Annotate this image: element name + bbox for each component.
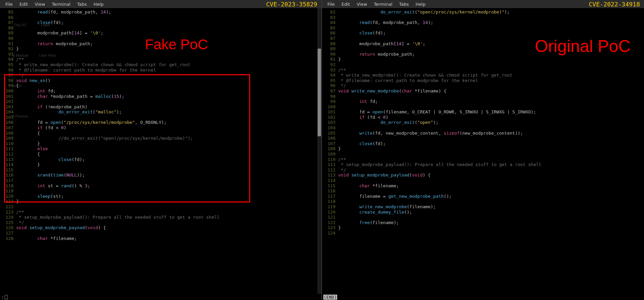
right-menu-items: File Edit View Terminal Tabs Help bbox=[324, 1, 429, 8]
left-scrollbar-thumb[interactable] bbox=[318, 49, 321, 136]
menu-terminal[interactable]: Terminal bbox=[49, 1, 74, 8]
menu-tabs[interactable]: Tabs bbox=[74, 1, 90, 8]
left-line-gutter: 8586878889909192939495969798991001011021… bbox=[0, 8, 16, 294]
menu-help-r[interactable]: Help bbox=[412, 1, 429, 8]
left-status-prefix: : bbox=[1, 295, 4, 300]
left-pane: File Edit View Terminal Tabs Help CVE-20… bbox=[0, 0, 322, 300]
right-menubar: File Edit View Terminal Tabs Help CVE-20… bbox=[322, 0, 644, 8]
left-statusbar: : bbox=[0, 294, 321, 300]
menu-help[interactable]: Help bbox=[90, 1, 107, 8]
right-statusbar: (END) bbox=[322, 294, 644, 300]
right-code-body[interactable]: do_error_exit("open(/proc/sys/kernel/mod… bbox=[338, 8, 644, 294]
left-cve-label: CVE-2023-35829 bbox=[266, 1, 319, 8]
left-menubar: File Edit View Terminal Tabs Help CVE-20… bbox=[0, 0, 321, 8]
menu-file[interactable]: File bbox=[2, 1, 16, 8]
left-scrollbar[interactable] bbox=[317, 8, 321, 294]
menu-file-r[interactable]: File bbox=[324, 1, 338, 8]
left-code-body[interactable]: read(fd, modprobe_path, 14); close(fd); … bbox=[16, 8, 321, 294]
right-editor[interactable]: 8283848586878889909192939495969798991001… bbox=[322, 8, 644, 294]
right-line-gutter: 8283848586878889909192939495969798991001… bbox=[322, 8, 338, 294]
left-menu-items: File Edit View Terminal Tabs Help bbox=[2, 1, 107, 8]
menu-edit-r[interactable]: Edit bbox=[338, 1, 353, 8]
left-editor[interactable]: 8586878889909192939495969798991001011021… bbox=[0, 8, 321, 294]
menu-terminal-r[interactable]: Terminal bbox=[371, 1, 396, 8]
menu-edit[interactable]: Edit bbox=[16, 1, 31, 8]
menu-tabs-r[interactable]: Tabs bbox=[396, 1, 412, 8]
menu-view[interactable]: View bbox=[31, 1, 49, 8]
right-status-end: (END) bbox=[323, 295, 337, 300]
cursor-indicator bbox=[5, 295, 8, 299]
right-cve-label: CVE-2022-34918 bbox=[589, 1, 642, 8]
menu-view-r[interactable]: View bbox=[353, 1, 371, 8]
right-pane: File Edit View Terminal Tabs Help CVE-20… bbox=[322, 0, 644, 300]
split-container: File Edit View Terminal Tabs Help CVE-20… bbox=[0, 0, 644, 300]
